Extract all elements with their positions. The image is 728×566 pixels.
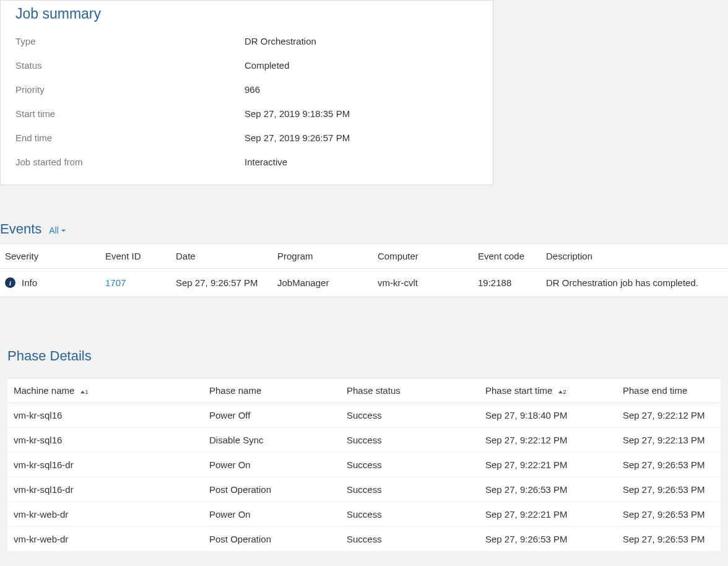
phase-status-cell: Success <box>342 527 480 552</box>
events-table: Severity Event ID Date Program Computer … <box>0 243 728 297</box>
phase-end-time-cell: Sep 27, 9:26:53 PM <box>618 502 721 527</box>
phase-status-cell: Success <box>342 477 480 502</box>
phase-machine-name-cell: vm-kr-sql16-dr <box>7 453 204 477</box>
phase-start-time-cell: Sep 27, 9:26:53 PM <box>480 477 618 502</box>
summary-row: End timeSep 27, 2019 9:26:57 PM <box>15 133 478 143</box>
phase-status-cell: Success <box>342 502 480 527</box>
phase-table-row[interactable]: vm-kr-sql16Power OffSuccessSep 27, 9:18:… <box>7 403 721 428</box>
summary-value: 966 <box>245 84 260 95</box>
summary-value: Sep 27, 2019 9:18:35 PM <box>245 108 350 119</box>
summary-label: Start time <box>15 108 245 119</box>
phase-details-section: Phase Details Machine name 1 Phase name … <box>0 348 728 552</box>
summary-value: Completed <box>245 60 290 71</box>
phase-name-cell: Power On <box>204 502 342 527</box>
sort-priority-1: 1 <box>85 389 89 395</box>
summary-label: End time <box>15 133 245 143</box>
summary-label: Type <box>15 36 245 46</box>
job-summary-rows: TypeDR OrchestrationStatusCompletedPrior… <box>15 36 478 167</box>
summary-label: Job started from <box>15 157 245 167</box>
phase-table-row[interactable]: vm-kr-web-drPower OnSuccessSep 27, 9:22:… <box>7 502 721 527</box>
phase-end-time-cell: Sep 27, 9:22:13 PM <box>618 428 721 453</box>
phase-th-phase-start-time[interactable]: Phase start time 2 <box>480 378 618 403</box>
phase-table-row[interactable]: vm-kr-sql16-drPower OnSuccessSep 27, 9:2… <box>7 453 721 477</box>
events-th-severity[interactable]: Severity <box>0 244 100 269</box>
events-section: Events All Severity Event ID Date Progra… <box>0 221 728 297</box>
events-table-header-row: Severity Event ID Date Program Computer … <box>0 244 728 269</box>
events-header: Events All <box>0 221 728 243</box>
job-summary-title: Job summary <box>15 6 478 22</box>
event-id-link[interactable]: 1707 <box>105 277 126 288</box>
phase-th-phase-status[interactable]: Phase status <box>342 378 480 403</box>
phase-status-cell: Success <box>342 428 480 453</box>
phase-table-header-row: Machine name 1 Phase name Phase status P… <box>7 378 721 403</box>
phase-th-machine-name-label: Machine name <box>14 385 74 396</box>
phase-status-cell: Success <box>342 453 480 477</box>
severity-text: Info <box>22 277 37 288</box>
phase-details-title: Phase Details <box>7 348 721 364</box>
phase-end-time-cell: Sep 27, 9:22:12 PM <box>618 403 721 428</box>
events-th-event-code[interactable]: Event code <box>473 244 541 269</box>
phase-status-cell: Success <box>342 403 480 428</box>
phase-details-table: Machine name 1 Phase name Phase status P… <box>7 378 721 552</box>
phase-machine-name-cell: vm-kr-sql16-dr <box>7 477 204 502</box>
summary-value: Sep 27, 2019 9:26:57 PM <box>245 133 350 143</box>
event-computer-cell: vm-kr-cvlt <box>373 269 473 297</box>
events-th-event-id[interactable]: Event ID <box>100 244 171 269</box>
sort-asc-icon: 2 <box>558 389 566 395</box>
phase-th-machine-name[interactable]: Machine name 1 <box>7 378 204 403</box>
phase-start-time-cell: Sep 27, 9:18:40 PM <box>480 403 618 428</box>
phase-table-row[interactable]: vm-kr-sql16Disable SyncSuccessSep 27, 9:… <box>7 428 721 453</box>
phase-name-cell: Post Operation <box>204 527 342 552</box>
events-table-row[interactable]: iInfo1707Sep 27, 9:26:57 PMJobManagervm-… <box>0 269 728 297</box>
info-icon: i <box>5 277 15 288</box>
caret-down-icon <box>61 228 66 233</box>
events-filter-dropdown[interactable]: All <box>49 225 66 235</box>
phase-name-cell: Power Off <box>204 403 342 428</box>
phase-end-time-cell: Sep 27, 9:26:53 PM <box>618 527 721 552</box>
summary-label: Priority <box>15 84 245 95</box>
events-th-program[interactable]: Program <box>272 244 373 269</box>
summary-value: Interactive <box>245 157 287 167</box>
phase-machine-name-cell: vm-kr-sql16 <box>7 428 204 453</box>
phase-machine-name-cell: vm-kr-sql16 <box>7 403 204 428</box>
summary-row: Priority966 <box>15 84 478 95</box>
events-title: Events <box>0 221 41 237</box>
phase-start-time-cell: Sep 27, 9:22:21 PM <box>480 502 618 527</box>
sort-asc-icon: 1 <box>80 389 89 395</box>
phase-table-row[interactable]: vm-kr-sql16-drPost OperationSuccessSep 2… <box>7 477 721 502</box>
phase-end-time-cell: Sep 27, 9:26:53 PM <box>618 477 721 502</box>
phase-machine-name-cell: vm-kr-web-dr <box>7 527 204 552</box>
phase-th-start-time-label: Phase start time <box>485 385 552 396</box>
summary-value: DR Orchestration <box>245 36 316 46</box>
phase-end-time-cell: Sep 27, 9:26:53 PM <box>618 453 721 477</box>
event-id-cell: 1707 <box>100 269 171 297</box>
summary-label: Status <box>15 60 245 71</box>
phase-start-time-cell: Sep 27, 9:22:12 PM <box>480 428 618 453</box>
summary-row: Start timeSep 27, 2019 9:18:35 PM <box>15 108 478 119</box>
phase-start-time-cell: Sep 27, 9:26:53 PM <box>480 527 618 552</box>
summary-row: TypeDR Orchestration <box>15 36 478 46</box>
event-date-cell: Sep 27, 9:26:57 PM <box>171 269 272 297</box>
phase-name-cell: Power On <box>204 453 342 477</box>
job-summary-panel: Job summary TypeDR OrchestrationStatusCo… <box>0 0 493 185</box>
event-code-cell: 19:2188 <box>473 269 541 297</box>
event-program-cell: JobManager <box>272 269 373 297</box>
phase-start-time-cell: Sep 27, 9:22:21 PM <box>480 453 618 477</box>
event-description-cell: DR Orchestration job has completed. <box>541 269 728 297</box>
phase-machine-name-cell: vm-kr-web-dr <box>7 502 204 527</box>
severity-cell: iInfo <box>0 269 100 297</box>
phase-th-phase-name[interactable]: Phase name <box>204 378 342 403</box>
events-filter-label: All <box>49 225 59 235</box>
sort-priority-2: 2 <box>563 389 566 395</box>
phase-name-cell: Post Operation <box>204 477 342 502</box>
events-th-computer[interactable]: Computer <box>373 244 473 269</box>
phase-table-row[interactable]: vm-kr-web-drPost OperationSuccessSep 27,… <box>7 527 721 552</box>
events-th-description[interactable]: Description <box>541 244 728 269</box>
summary-row: Job started fromInteractive <box>15 157 478 167</box>
phase-name-cell: Disable Sync <box>204 428 342 453</box>
phase-th-phase-end-time[interactable]: Phase end time <box>618 378 721 403</box>
summary-row: StatusCompleted <box>15 60 478 71</box>
events-th-date[interactable]: Date <box>171 244 272 269</box>
